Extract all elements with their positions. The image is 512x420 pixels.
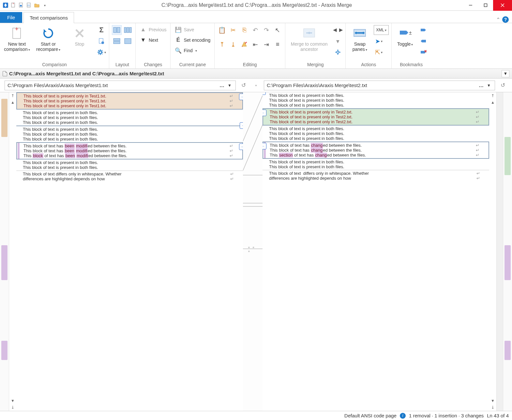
nav-top-icon[interactable]: ⤒ — [10, 93, 16, 99]
bookmark-clear-icon[interactable] — [418, 47, 428, 57]
ribbon-group-merging: Merge to common ancestor ◄► ▾ Merging — [285, 23, 346, 68]
left-pane[interactable]: → This block of text is present only in … — [16, 92, 243, 411]
right-pane[interactable]: ← This block of text is present in both … — [263, 92, 489, 411]
ribbon-group-comparison: + New text comparison▾ Start or recompar… — [0, 23, 109, 68]
document-icon — [3, 71, 7, 76]
find-button[interactable]: 🔍Find▾ — [173, 46, 212, 55]
start-recompare-button[interactable]: Start or recompare▾ — [34, 25, 63, 52]
minimize-button[interactable] — [463, 0, 478, 11]
merge-left-arrow[interactable]: ← — [263, 143, 266, 149]
merge-left-arrow[interactable]: ← — [263, 110, 266, 116]
cut-icon[interactable]: ✂ — [228, 25, 238, 35]
swap-panes-button[interactable]: Swap panes▾ — [348, 25, 371, 52]
nav-bottom-icon[interactable]: ⤓ — [10, 404, 16, 410]
indent-icon[interactable]: ⇥ — [262, 39, 271, 49]
insert-down-icon[interactable]: ⤓ — [228, 39, 238, 49]
merge-right-arrow[interactable]: → — [240, 122, 243, 129]
right-overview-strip[interactable] — [503, 92, 512, 411]
svg-line-23 — [101, 53, 102, 54]
merge-left-arrow[interactable]: ← — [263, 92, 266, 95]
left-path-dropdown[interactable]: ▼ — [226, 83, 233, 88]
triangle-up-icon: ▲ — [140, 26, 147, 33]
gear-icon[interactable]: ▾ — [97, 47, 106, 57]
delete-warn-icon[interactable] — [239, 39, 249, 49]
merge-right-arrow[interactable]: → — [239, 143, 243, 150]
status-encoding: Default ANSI code page — [344, 413, 397, 418]
title-bar: + 01 ▾ C:\Progra...axis Merge\test1.txt … — [0, 0, 512, 11]
svg-point-17 — [99, 51, 102, 53]
close-button[interactable] — [493, 0, 512, 11]
bookmark-prev-icon[interactable] — [418, 36, 428, 46]
xml-button[interactable]: XML▾ — [374, 25, 389, 35]
svg-rect-32 — [113, 41, 120, 44]
previous-change-button: ▲Previous — [138, 25, 168, 34]
set-encoding-button[interactable]: ÉSet encoding — [173, 36, 212, 45]
nav-up-icon[interactable]: ▲ — [10, 99, 16, 105]
collapse-ribbon-icon[interactable]: ⌃ — [496, 17, 500, 23]
nav-bottom-icon[interactable]: ⤓ — [490, 404, 496, 410]
left-overview-strip[interactable] — [0, 92, 9, 411]
info-icon[interactable]: i — [400, 413, 406, 419]
right-history-button[interactable]: ↺ — [498, 81, 507, 90]
same-block: → This block of text is present in both … — [16, 126, 243, 142]
right-path-input[interactable]: C:\Program Files\Araxis\Araxis Merge\tes… — [264, 81, 495, 90]
svg-text:+: + — [12, 2, 14, 5]
copy-icon[interactable]: ⎘ — [239, 25, 249, 35]
link-lines-area: ● ● ● — [243, 92, 263, 411]
qat-new-text-icon[interactable]: + — [10, 2, 17, 9]
action-export-icon[interactable]: ⇱▾ — [374, 47, 384, 57]
right-path-dropdown[interactable]: ▼ — [486, 83, 492, 88]
document-tab-menu[interactable]: ▼ — [502, 70, 509, 77]
help-button[interactable]: ? — [502, 16, 509, 23]
status-position: Ln 43 of 4 — [487, 413, 509, 418]
diff-area: ⤒ ▲ ▼ ⤓ → This block of text is present … — [0, 92, 512, 411]
merge-lr-icon[interactable]: ◄► — [333, 25, 343, 35]
bookmark-next-icon[interactable] — [418, 25, 428, 35]
layout-single-icon[interactable] — [123, 36, 133, 46]
document-tab[interactable]: C:\Progra...axis Merge\test1.txt and C:\… — [3, 71, 164, 76]
merge-right-arrow[interactable]: → — [239, 94, 243, 100]
toggle-bookmark-button[interactable]: ± Toggle▾ — [394, 25, 416, 47]
tab-text-comparisons[interactable]: Text comparisons — [23, 12, 74, 23]
next-change-button[interactable]: ▼Next — [138, 36, 168, 45]
qat-dropdown-icon[interactable]: ▾ — [41, 2, 48, 9]
browse-right-icon[interactable]: … — [477, 82, 486, 88]
layout-2pane-icon[interactable] — [112, 25, 122, 35]
ribbon-group-current-pane: 💾Save ÉSet encoding 🔍Find▾ Current pane — [171, 23, 215, 68]
qat-new-folder-icon[interactable] — [33, 2, 40, 9]
outdent-icon[interactable]: ⇤ — [250, 39, 260, 49]
svg-rect-30 — [129, 27, 131, 33]
maximize-button[interactable] — [478, 0, 493, 11]
encoding-icon: É — [174, 37, 182, 43]
action-arrow-icon[interactable]: ➤▾ — [374, 36, 384, 46]
svg-rect-8 — [484, 4, 487, 7]
svg-rect-33 — [125, 38, 131, 44]
nav-up-icon[interactable]: ▲ — [490, 99, 496, 105]
merge-gear-icon[interactable] — [333, 47, 343, 57]
nav-down-icon[interactable]: ▼ — [10, 398, 16, 404]
path-row: C:\Program Files\Araxis\Araxis Merge\tes… — [0, 79, 512, 92]
left-path-input[interactable]: C:\Program Files\Araxis\Araxis Merge\tes… — [5, 81, 236, 90]
ribbon-group-actions: Swap panes▾ XML▾ ➤▾ ⇱▾ Actions — [346, 23, 392, 68]
paste-icon[interactable]: 📋 — [217, 25, 227, 35]
new-text-comparison-button[interactable]: + New text comparison▾ — [3, 25, 31, 52]
options-doc-icon[interactable] — [97, 36, 106, 46]
nav-down-icon[interactable]: ▼ — [490, 398, 496, 404]
sigma-icon[interactable]: Σ — [97, 25, 106, 35]
layout-horiz-icon[interactable] — [112, 36, 122, 46]
right-scrollbar[interactable] — [496, 92, 503, 411]
svg-text:01: 01 — [27, 4, 30, 7]
cursor-icon[interactable]: ↖ — [273, 25, 282, 35]
ribbon-tabs: File Text comparisons ⌃ ? — [0, 11, 512, 23]
qat-new-bin-icon[interactable] — [18, 2, 25, 9]
nav-top-icon[interactable]: ⤒ — [490, 93, 496, 99]
undo-icon: ↶ — [250, 25, 260, 35]
browse-left-icon[interactable]: … — [218, 82, 226, 88]
layout-3pane-icon[interactable] — [123, 25, 133, 35]
left-history-button[interactable]: ↺ — [239, 81, 248, 90]
insert-up-icon[interactable]: ⤒ — [217, 39, 227, 49]
svg-rect-29 — [127, 27, 129, 33]
format-icon[interactable]: ≡ — [273, 39, 282, 49]
tab-file[interactable]: File — [0, 12, 22, 23]
qat-new-img-icon[interactable]: 01 — [25, 2, 33, 9]
